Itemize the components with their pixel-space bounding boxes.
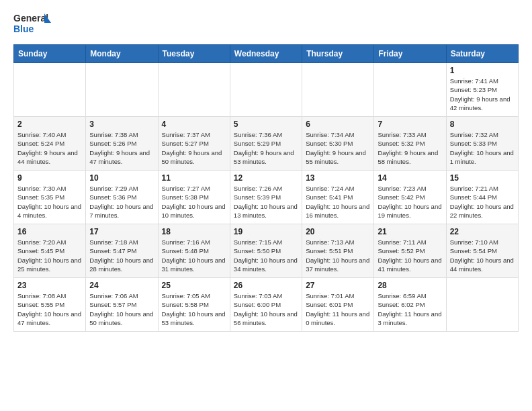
day-info: Sunrise: 7:37 AM Sunset: 5:27 PM Dayligh… — [162, 130, 226, 166]
day-number: 4 — [162, 120, 226, 129]
week-row-2: 2Sunrise: 7:40 AM Sunset: 5:24 PM Daylig… — [14, 117, 519, 171]
day-number: 24 — [89, 281, 154, 290]
day-number: 25 — [162, 281, 226, 290]
calendar-header: SundayMondayTuesdayWednesdayThursdayFrid… — [14, 45, 519, 63]
day-info: Sunrise: 7:27 AM Sunset: 5:38 PM Dayligh… — [162, 184, 226, 220]
day-number: 12 — [234, 173, 298, 183]
day-number: 2 — [17, 120, 82, 129]
day-number: 7 — [378, 120, 442, 129]
day-number: 8 — [450, 120, 515, 129]
header-sunday: Sunday — [14, 45, 86, 63]
calendar-cell: 17Sunrise: 7:18 AM Sunset: 5:47 PM Dayli… — [86, 224, 158, 278]
header-friday: Friday — [374, 45, 446, 63]
calendar-cell: 13Sunrise: 7:24 AM Sunset: 5:41 PM Dayli… — [302, 171, 374, 224]
calendar-cell — [446, 278, 518, 332]
calendar-cell: 20Sunrise: 7:13 AM Sunset: 5:51 PM Dayli… — [302, 224, 374, 278]
day-number: 26 — [234, 281, 298, 290]
week-row-5: 23Sunrise: 7:08 AM Sunset: 5:55 PM Dayli… — [14, 278, 519, 332]
logo: GeneralBlue — [13, 11, 54, 38]
calendar-cell: 23Sunrise: 7:08 AM Sunset: 5:55 PM Dayli… — [14, 278, 86, 332]
day-number: 21 — [378, 227, 442, 236]
calendar-cell: 18Sunrise: 7:16 AM Sunset: 5:48 PM Dayli… — [158, 224, 230, 278]
calendar-cell: 5Sunrise: 7:36 AM Sunset: 5:29 PM Daylig… — [230, 117, 302, 171]
calendar-cell: 8Sunrise: 7:32 AM Sunset: 5:33 PM Daylig… — [446, 117, 518, 171]
day-info: Sunrise: 7:06 AM Sunset: 5:57 PM Dayligh… — [89, 291, 154, 327]
header-monday: Monday — [86, 45, 158, 63]
day-number: 17 — [89, 227, 154, 236]
calendar-cell: 3Sunrise: 7:38 AM Sunset: 5:26 PM Daylig… — [86, 117, 158, 171]
day-info: Sunrise: 7:34 AM Sunset: 5:30 PM Dayligh… — [306, 130, 370, 166]
header-saturday: Saturday — [446, 45, 518, 63]
header: GeneralBlue — [13, 11, 519, 38]
svg-text:General: General — [13, 13, 48, 24]
calendar-cell: 1Sunrise: 7:41 AM Sunset: 5:23 PM Daylig… — [446, 63, 518, 117]
calendar-cell: 21Sunrise: 7:11 AM Sunset: 5:52 PM Dayli… — [374, 224, 446, 278]
day-number: 1 — [450, 66, 515, 75]
calendar-cell: 24Sunrise: 7:06 AM Sunset: 5:57 PM Dayli… — [86, 278, 158, 332]
calendar-cell — [86, 63, 158, 117]
day-info: Sunrise: 7:32 AM Sunset: 5:33 PM Dayligh… — [450, 130, 515, 166]
day-info: Sunrise: 7:38 AM Sunset: 5:26 PM Dayligh… — [89, 130, 154, 166]
day-number: 22 — [450, 227, 515, 236]
day-info: Sunrise: 7:21 AM Sunset: 5:44 PM Dayligh… — [450, 184, 515, 220]
day-number: 14 — [378, 173, 442, 183]
svg-text:Blue: Blue — [13, 24, 34, 34]
day-number: 20 — [306, 227, 370, 236]
day-number: 18 — [162, 227, 226, 236]
day-number: 13 — [306, 173, 370, 183]
day-number: 10 — [89, 173, 154, 183]
day-number: 5 — [234, 120, 298, 129]
calendar-table: SundayMondayTuesdayWednesdayThursdayFrid… — [13, 44, 519, 332]
day-number: 3 — [89, 120, 154, 129]
day-number: 27 — [306, 281, 370, 290]
day-info: Sunrise: 7:36 AM Sunset: 5:29 PM Dayligh… — [234, 130, 298, 166]
calendar-cell: 14Sunrise: 7:23 AM Sunset: 5:42 PM Dayli… — [374, 171, 446, 224]
day-number: 23 — [17, 281, 82, 290]
calendar-cell: 22Sunrise: 7:10 AM Sunset: 5:54 PM Dayli… — [446, 224, 518, 278]
calendar-cell: 26Sunrise: 7:03 AM Sunset: 6:00 PM Dayli… — [230, 278, 302, 332]
day-info: Sunrise: 7:15 AM Sunset: 5:50 PM Dayligh… — [234, 238, 298, 273]
day-number: 9 — [17, 173, 82, 183]
day-info: Sunrise: 7:24 AM Sunset: 5:41 PM Dayligh… — [306, 184, 370, 220]
day-info: Sunrise: 7:05 AM Sunset: 5:58 PM Dayligh… — [162, 291, 226, 327]
day-info: Sunrise: 7:30 AM Sunset: 5:35 PM Dayligh… — [17, 184, 82, 220]
calendar-cell: 6Sunrise: 7:34 AM Sunset: 5:30 PM Daylig… — [302, 117, 374, 171]
calendar-cell — [158, 63, 230, 117]
calendar-cell — [14, 63, 86, 117]
day-info: Sunrise: 7:41 AM Sunset: 5:23 PM Dayligh… — [450, 77, 515, 112]
day-number: 11 — [162, 173, 226, 183]
calendar-cell: 2Sunrise: 7:40 AM Sunset: 5:24 PM Daylig… — [14, 117, 86, 171]
header-thursday: Thursday — [302, 45, 374, 63]
day-info: Sunrise: 7:18 AM Sunset: 5:47 PM Dayligh… — [89, 238, 154, 273]
day-info: Sunrise: 7:01 AM Sunset: 6:01 PM Dayligh… — [306, 291, 370, 327]
logo-svg: GeneralBlue — [13, 11, 54, 38]
calendar-cell: 10Sunrise: 7:29 AM Sunset: 5:36 PM Dayli… — [86, 171, 158, 224]
day-info: Sunrise: 7:26 AM Sunset: 5:39 PM Dayligh… — [234, 184, 298, 220]
day-info: Sunrise: 7:20 AM Sunset: 5:45 PM Dayligh… — [17, 238, 82, 273]
header-tuesday: Tuesday — [158, 45, 230, 63]
calendar-cell: 25Sunrise: 7:05 AM Sunset: 5:58 PM Dayli… — [158, 278, 230, 332]
header-wednesday: Wednesday — [230, 45, 302, 63]
day-number: 19 — [234, 227, 298, 236]
calendar-cell: 11Sunrise: 7:27 AM Sunset: 5:38 PM Dayli… — [158, 171, 230, 224]
day-info: Sunrise: 7:33 AM Sunset: 5:32 PM Dayligh… — [378, 130, 442, 166]
calendar-cell: 27Sunrise: 7:01 AM Sunset: 6:01 PM Dayli… — [302, 278, 374, 332]
day-info: Sunrise: 7:29 AM Sunset: 5:36 PM Dayligh… — [89, 184, 154, 220]
day-number: 28 — [378, 281, 442, 290]
day-info: Sunrise: 7:13 AM Sunset: 5:51 PM Dayligh… — [306, 238, 370, 273]
calendar-cell — [302, 63, 374, 117]
day-info: Sunrise: 7:03 AM Sunset: 6:00 PM Dayligh… — [234, 291, 298, 327]
calendar-cell — [230, 63, 302, 117]
calendar-body: 1Sunrise: 7:41 AM Sunset: 5:23 PM Daylig… — [14, 63, 519, 332]
calendar-cell: 12Sunrise: 7:26 AM Sunset: 5:39 PM Dayli… — [230, 171, 302, 224]
day-info: Sunrise: 7:16 AM Sunset: 5:48 PM Dayligh… — [162, 238, 226, 273]
day-info: Sunrise: 7:40 AM Sunset: 5:24 PM Dayligh… — [17, 130, 82, 166]
calendar-cell: 19Sunrise: 7:15 AM Sunset: 5:50 PM Dayli… — [230, 224, 302, 278]
day-info: Sunrise: 7:11 AM Sunset: 5:52 PM Dayligh… — [378, 238, 442, 273]
day-info: Sunrise: 7:08 AM Sunset: 5:55 PM Dayligh… — [17, 291, 82, 327]
week-row-4: 16Sunrise: 7:20 AM Sunset: 5:45 PM Dayli… — [14, 224, 519, 278]
week-row-3: 9Sunrise: 7:30 AM Sunset: 5:35 PM Daylig… — [14, 171, 519, 224]
calendar-cell: 28Sunrise: 6:59 AM Sunset: 6:02 PM Dayli… — [374, 278, 446, 332]
calendar-cell — [374, 63, 446, 117]
calendar-cell: 4Sunrise: 7:37 AM Sunset: 5:27 PM Daylig… — [158, 117, 230, 171]
